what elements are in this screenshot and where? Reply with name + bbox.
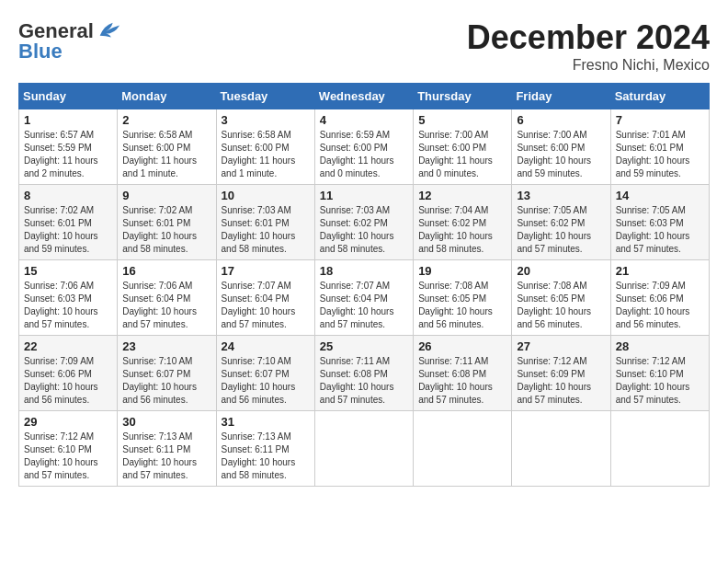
table-row: 6Sunrise: 7:00 AMSunset: 6:00 PMDaylight… bbox=[512, 109, 610, 185]
day-info: Sunrise: 7:00 AMSunset: 6:00 PMDaylight:… bbox=[418, 129, 506, 180]
day-info: Sunrise: 7:02 AMSunset: 6:01 PMDaylight:… bbox=[24, 204, 112, 256]
table-row: 24Sunrise: 7:10 AMSunset: 6:07 PMDayligh… bbox=[216, 336, 314, 411]
day-info: Sunrise: 7:07 AMSunset: 6:04 PMDaylight:… bbox=[320, 280, 408, 331]
day-info: Sunrise: 6:58 AMSunset: 6:00 PMDaylight:… bbox=[122, 129, 210, 180]
page-header: General Blue December 2024 Fresno Nichi,… bbox=[18, 18, 710, 74]
day-info: Sunrise: 7:08 AMSunset: 6:05 PMDaylight:… bbox=[517, 280, 605, 331]
logo: General Blue bbox=[18, 18, 121, 63]
day-info: Sunrise: 7:09 AMSunset: 6:06 PMDaylight:… bbox=[24, 355, 112, 407]
day-info: Sunrise: 7:13 AMSunset: 6:11 PMDaylight:… bbox=[222, 431, 310, 482]
table-row: 22Sunrise: 7:09 AMSunset: 6:06 PMDayligh… bbox=[19, 336, 118, 411]
day-info: Sunrise: 7:00 AMSunset: 6:00 PMDaylight:… bbox=[517, 129, 605, 180]
day-info: Sunrise: 6:57 AMSunset: 5:59 PMDaylight:… bbox=[24, 129, 112, 180]
table-row: 2Sunrise: 6:58 AMSunset: 6:00 PMDaylight… bbox=[118, 109, 216, 185]
day-number: 31 bbox=[222, 415, 310, 429]
day-number: 3 bbox=[222, 113, 310, 127]
col-wednesday: Wednesday bbox=[314, 84, 413, 109]
day-number: 16 bbox=[122, 264, 210, 278]
col-saturday: Saturday bbox=[610, 84, 709, 109]
calendar-week-row: 1Sunrise: 6:57 AMSunset: 5:59 PMDaylight… bbox=[19, 109, 710, 185]
calendar-week-row: 29Sunrise: 7:12 AMSunset: 6:10 PMDayligh… bbox=[19, 411, 710, 487]
day-number: 22 bbox=[24, 339, 112, 353]
calendar-header-row: Sunday Monday Tuesday Wednesday Thursday… bbox=[19, 84, 710, 109]
day-info: Sunrise: 7:02 AMSunset: 6:01 PMDaylight:… bbox=[122, 204, 210, 256]
day-info: Sunrise: 7:12 AMSunset: 6:09 PMDaylight:… bbox=[517, 355, 605, 407]
day-number: 5 bbox=[418, 113, 506, 127]
day-number: 30 bbox=[122, 415, 210, 429]
table-row: 5Sunrise: 7:00 AMSunset: 6:00 PMDaylight… bbox=[414, 109, 512, 185]
table-row bbox=[314, 411, 413, 487]
table-row: 8Sunrise: 7:02 AMSunset: 6:01 PMDaylight… bbox=[19, 185, 118, 260]
day-info: Sunrise: 7:01 AMSunset: 6:01 PMDaylight:… bbox=[616, 129, 704, 180]
calendar-week-row: 8Sunrise: 7:02 AMSunset: 6:01 PMDaylight… bbox=[19, 185, 710, 260]
day-info: Sunrise: 7:03 AMSunset: 6:01 PMDaylight:… bbox=[222, 204, 310, 256]
day-info: Sunrise: 7:04 AMSunset: 6:02 PMDaylight:… bbox=[418, 204, 506, 256]
day-number: 6 bbox=[517, 113, 605, 127]
day-info: Sunrise: 7:10 AMSunset: 6:07 PMDaylight:… bbox=[122, 355, 210, 407]
table-row: 18Sunrise: 7:07 AMSunset: 6:04 PMDayligh… bbox=[314, 260, 413, 336]
table-row: 11Sunrise: 7:03 AMSunset: 6:02 PMDayligh… bbox=[314, 185, 413, 260]
table-row: 10Sunrise: 7:03 AMSunset: 6:01 PMDayligh… bbox=[216, 185, 314, 260]
table-row bbox=[512, 411, 610, 487]
col-monday: Monday bbox=[118, 84, 216, 109]
day-number: 17 bbox=[222, 264, 310, 278]
table-row bbox=[610, 411, 709, 487]
day-number: 4 bbox=[320, 113, 408, 127]
day-info: Sunrise: 7:08 AMSunset: 6:05 PMDaylight:… bbox=[418, 280, 506, 331]
day-info: Sunrise: 7:06 AMSunset: 6:04 PMDaylight:… bbox=[122, 280, 210, 331]
day-number: 7 bbox=[616, 113, 704, 127]
day-number: 1 bbox=[24, 113, 112, 127]
day-number: 23 bbox=[122, 339, 210, 353]
table-row: 15Sunrise: 7:06 AMSunset: 6:03 PMDayligh… bbox=[19, 260, 118, 336]
table-row: 21Sunrise: 7:09 AMSunset: 6:06 PMDayligh… bbox=[610, 260, 709, 336]
day-number: 14 bbox=[616, 189, 704, 202]
day-number: 10 bbox=[222, 189, 310, 202]
table-row: 25Sunrise: 7:11 AMSunset: 6:08 PMDayligh… bbox=[314, 336, 413, 411]
day-info: Sunrise: 7:03 AMSunset: 6:02 PMDaylight:… bbox=[320, 204, 408, 256]
day-info: Sunrise: 7:05 AMSunset: 6:02 PMDaylight:… bbox=[517, 204, 605, 256]
logo-blue-text: Blue bbox=[18, 40, 63, 63]
day-number: 12 bbox=[418, 189, 506, 202]
day-info: Sunrise: 7:12 AMSunset: 6:10 PMDaylight:… bbox=[24, 431, 112, 482]
table-row: 4Sunrise: 6:59 AMSunset: 6:00 PMDaylight… bbox=[314, 109, 413, 185]
calendar-table: Sunday Monday Tuesday Wednesday Thursday… bbox=[18, 83, 710, 487]
table-row: 17Sunrise: 7:07 AMSunset: 6:04 PMDayligh… bbox=[216, 260, 314, 336]
table-row: 19Sunrise: 7:08 AMSunset: 6:05 PMDayligh… bbox=[414, 260, 512, 336]
day-number: 29 bbox=[24, 415, 112, 429]
calendar-week-row: 22Sunrise: 7:09 AMSunset: 6:06 PMDayligh… bbox=[19, 336, 710, 411]
table-row: 1Sunrise: 6:57 AMSunset: 5:59 PMDaylight… bbox=[19, 109, 118, 185]
day-number: 2 bbox=[122, 113, 210, 127]
table-row: 31Sunrise: 7:13 AMSunset: 6:11 PMDayligh… bbox=[216, 411, 314, 487]
day-number: 21 bbox=[616, 264, 704, 278]
day-info: Sunrise: 7:09 AMSunset: 6:06 PMDaylight:… bbox=[616, 280, 704, 331]
table-row: 20Sunrise: 7:08 AMSunset: 6:05 PMDayligh… bbox=[512, 260, 610, 336]
day-info: Sunrise: 7:10 AMSunset: 6:07 PMDaylight:… bbox=[222, 355, 310, 407]
table-row: 16Sunrise: 7:06 AMSunset: 6:04 PMDayligh… bbox=[118, 260, 216, 336]
table-row: 14Sunrise: 7:05 AMSunset: 6:03 PMDayligh… bbox=[610, 185, 709, 260]
day-number: 27 bbox=[517, 339, 605, 353]
table-row: 13Sunrise: 7:05 AMSunset: 6:02 PMDayligh… bbox=[512, 185, 610, 260]
day-info: Sunrise: 7:12 AMSunset: 6:10 PMDaylight:… bbox=[616, 355, 704, 407]
table-row: 30Sunrise: 7:13 AMSunset: 6:11 PMDayligh… bbox=[118, 411, 216, 487]
day-number: 9 bbox=[122, 189, 210, 202]
table-row: 29Sunrise: 7:12 AMSunset: 6:10 PMDayligh… bbox=[19, 411, 118, 487]
table-row: 12Sunrise: 7:04 AMSunset: 6:02 PMDayligh… bbox=[414, 185, 512, 260]
day-info: Sunrise: 7:13 AMSunset: 6:11 PMDaylight:… bbox=[122, 431, 210, 482]
table-row bbox=[414, 411, 512, 487]
day-info: Sunrise: 7:06 AMSunset: 6:03 PMDaylight:… bbox=[24, 280, 112, 331]
day-number: 24 bbox=[222, 339, 310, 353]
table-row: 3Sunrise: 6:58 AMSunset: 6:00 PMDaylight… bbox=[216, 109, 314, 185]
day-number: 26 bbox=[418, 339, 506, 353]
table-row: 27Sunrise: 7:12 AMSunset: 6:09 PMDayligh… bbox=[512, 336, 610, 411]
day-number: 20 bbox=[517, 264, 605, 278]
calendar-week-row: 15Sunrise: 7:06 AMSunset: 6:03 PMDayligh… bbox=[19, 260, 710, 336]
col-sunday: Sunday bbox=[19, 84, 118, 109]
day-info: Sunrise: 7:07 AMSunset: 6:04 PMDaylight:… bbox=[222, 280, 310, 331]
day-info: Sunrise: 6:58 AMSunset: 6:00 PMDaylight:… bbox=[222, 129, 310, 180]
day-number: 8 bbox=[24, 189, 112, 202]
table-row: 23Sunrise: 7:10 AMSunset: 6:07 PMDayligh… bbox=[118, 336, 216, 411]
day-number: 25 bbox=[320, 339, 408, 353]
day-number: 19 bbox=[418, 264, 506, 278]
table-row: 9Sunrise: 7:02 AMSunset: 6:01 PMDaylight… bbox=[118, 185, 216, 260]
table-row: 7Sunrise: 7:01 AMSunset: 6:01 PMDaylight… bbox=[610, 109, 709, 185]
